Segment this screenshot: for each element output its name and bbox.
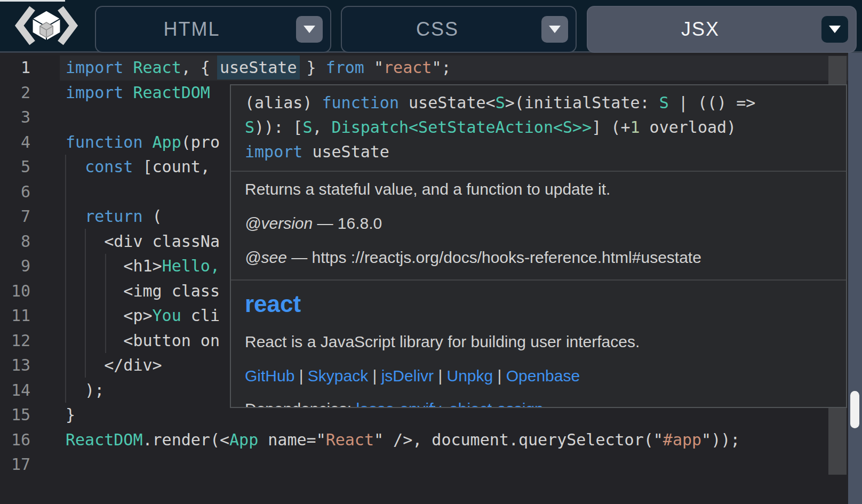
hover-tooltip: (alias) function useState<S>(initialStat… — [230, 84, 847, 408]
chevron-down-icon — [303, 25, 316, 34]
package-clipped-line: Dependencies: loose-envify, object-assig… — [245, 399, 832, 407]
links-separator: | — [294, 367, 307, 385]
code-text — [60, 452, 848, 477]
tab-html-label: HTML — [96, 7, 288, 52]
top-bar: HTML CSS JSX — [0, 0, 862, 53]
package-name-link[interactable]: react — [245, 290, 832, 318]
line-number: 12 — [0, 329, 30, 354]
window-edge-highlight — [0, 0, 65, 2]
tooltip-see-line: @see — https ://reactjs.org/docs/hooks-r… — [245, 247, 832, 268]
link-github[interactable]: GitHub — [245, 367, 294, 385]
line-number: 16 — [0, 428, 30, 453]
line-number: 15 — [0, 403, 30, 428]
word-highlight: useState — [220, 58, 297, 77]
signature-line: import useState — [245, 140, 832, 164]
code-text: import React, { useState } from "react"; — [60, 55, 848, 81]
tooltip-version-line: @version — 16.8.0 — [245, 213, 832, 234]
code-line-17[interactable]: 17 — [0, 452, 848, 477]
line-number: 13 — [0, 353, 30, 378]
line-number: 17 — [0, 452, 30, 477]
line-number: 1 — [0, 55, 30, 81]
code-line-16[interactable]: 16ReactDOM.render(<App name="React" />, … — [0, 428, 848, 453]
line-number: 7 — [0, 204, 30, 229]
package-description: React is a JavaScript library for buildi… — [245, 332, 832, 352]
link-openbase[interactable]: Openbase — [506, 367, 580, 385]
line-number: 8 — [0, 229, 30, 254]
line-number: 14 — [0, 378, 30, 403]
code-text: ReactDOM.render(<App name="React" />, do… — [60, 428, 848, 453]
tooltip-docs: Returns a stateful value, and a function… — [231, 172, 846, 279]
tab-css[interactable]: CSS — [341, 6, 577, 53]
jsx-tab-dropdown-button[interactable] — [821, 16, 848, 43]
tab-html[interactable]: HTML — [95, 6, 331, 53]
links-separator: | — [434, 367, 446, 385]
code-editor: 1import React, { useState } from "react"… — [0, 53, 848, 504]
indent-guide — [65, 155, 66, 403]
chevron-down-icon — [828, 25, 841, 34]
indent-guide — [85, 229, 86, 378]
html-tab-dropdown-button[interactable] — [296, 16, 323, 43]
line-number: 3 — [0, 105, 30, 130]
code-line-1[interactable]: 1import React, { useState } from "react"… — [0, 55, 848, 81]
line-number: 10 — [0, 279, 30, 304]
line-number: 11 — [0, 303, 30, 329]
signature-line: (alias) function useState<S>(initialStat… — [245, 91, 832, 115]
link-skypack[interactable]: Skypack — [308, 367, 368, 385]
tooltip-summary: Returns a stateful value, and a function… — [245, 179, 832, 199]
tooltip-signature: (alias) function useState<S>(initialStat… — [231, 85, 846, 171]
line-number: 4 — [0, 130, 30, 155]
line-number: 6 — [0, 180, 30, 205]
tab-jsx[interactable]: JSX — [587, 6, 857, 53]
tooltip-package-info: react React is a JavaScript library for … — [231, 281, 846, 407]
signature-line: S)): [S, Dispatch<SetStateAction<S>>] (+… — [245, 115, 832, 140]
line-number: 2 — [0, 81, 30, 106]
app-window: HTML CSS JSX 1i — [0, 0, 862, 504]
page-scrollbar-thumb[interactable] — [850, 391, 859, 428]
link-unpkg[interactable]: Unpkg — [447, 367, 493, 385]
line-number: 9 — [0, 254, 30, 279]
tab-jsx-label: JSX — [588, 7, 813, 52]
code-cube-icon[interactable] — [14, 5, 79, 46]
line-number: 5 — [0, 155, 30, 180]
link-jsdelivr[interactable]: jsDelivr — [381, 367, 434, 385]
links-separator: | — [493, 367, 506, 385]
page-scrollbar-track[interactable] — [848, 53, 862, 504]
links-separator: | — [368, 367, 381, 385]
chevron-down-icon — [548, 25, 561, 34]
css-tab-dropdown-button[interactable] — [541, 16, 568, 43]
package-links: GitHub | Skypack | jsDelivr | Unpkg | Op… — [245, 366, 832, 386]
indent-guide — [105, 254, 106, 353]
tab-css-label: CSS — [342, 7, 533, 52]
